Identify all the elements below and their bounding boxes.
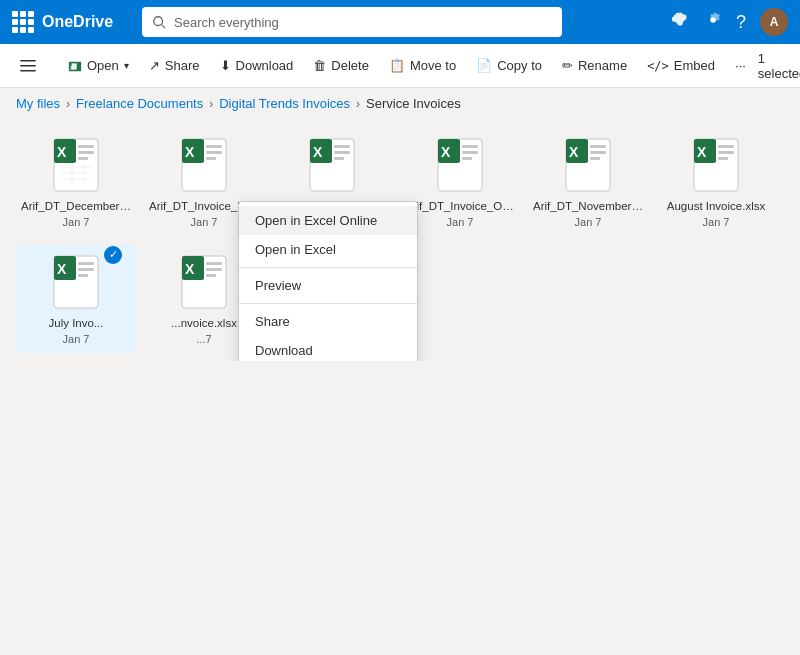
breadcrumb-digitaltrends[interactable]: Digital Trends Invoices: [219, 96, 350, 111]
context-menu-item-share[interactable]: Share: [239, 307, 417, 336]
more-button[interactable]: ···: [727, 53, 754, 78]
file-date: Jan 7: [191, 216, 218, 228]
svg-rect-30: [334, 157, 344, 160]
excel-file-icon: X: [304, 137, 360, 193]
app-logo[interactable]: OneDrive: [12, 11, 132, 33]
share-button[interactable]: ↗ Share: [141, 53, 208, 78]
gear-icon[interactable]: [704, 11, 722, 33]
embed-button[interactable]: </> Embed: [639, 53, 723, 78]
waffle-icon[interactable]: [12, 11, 34, 33]
svg-rect-60: [206, 274, 216, 277]
search-placeholder: Search everything: [174, 15, 279, 30]
svg-text:X: X: [57, 144, 67, 160]
open-icon: X: [68, 59, 82, 73]
open-button[interactable]: X Open ▾: [60, 53, 137, 78]
svg-rect-35: [462, 151, 478, 154]
svg-rect-47: [718, 151, 734, 154]
open-arrow: ▾: [124, 60, 129, 71]
list-item[interactable]: X Arif_DT_December_Cyber_... Jan 7: [16, 127, 136, 236]
rename-button[interactable]: ✏ Rename: [554, 53, 635, 78]
list-item[interactable]: X Arif_DT_November_Black_F... Jan 7: [528, 127, 648, 236]
context-menu-item-open-excel[interactable]: Open in Excel: [239, 235, 417, 264]
rename-icon: ✏: [562, 58, 573, 73]
context-menu-separator-1: [239, 267, 417, 268]
svg-rect-36: [462, 157, 472, 160]
file-date: Jan 7: [575, 216, 602, 228]
open-label: Open: [87, 58, 119, 73]
file-name: Arif_DT_Invoice_October_2...: [405, 199, 515, 214]
svg-rect-2: [20, 60, 36, 62]
more-icon: ···: [735, 58, 746, 73]
context-menu: Open in Excel Online Open in Excel Previ…: [238, 201, 418, 361]
excel-file-icon: X: [48, 254, 104, 310]
breadcrumb-sep-2: ›: [209, 97, 213, 111]
list-item[interactable]: X August Invoice.xlsx Jan 7: [656, 127, 776, 236]
app-name: OneDrive: [42, 13, 113, 31]
list-item[interactable]: ✓ X July Invo... Jan 7: [16, 244, 136, 353]
svg-text:X: X: [185, 261, 195, 277]
puzzle-icon[interactable]: [672, 11, 690, 33]
excel-file-icon: X: [48, 137, 104, 193]
hamburger-button[interactable]: [12, 53, 44, 79]
svg-rect-29: [334, 151, 350, 154]
file-date: ...7: [196, 333, 211, 345]
file-name: ...nvoice.xlsx: [171, 316, 237, 331]
svg-rect-3: [20, 65, 36, 67]
breadcrumb-freelance[interactable]: Freelance Documents: [76, 96, 203, 111]
excel-file-icon: X: [176, 254, 232, 310]
breadcrumb-current: Service Invoices: [366, 96, 461, 111]
svg-rect-12: [78, 151, 94, 154]
svg-rect-28: [334, 145, 350, 148]
file-date: Jan 7: [63, 216, 90, 228]
svg-rect-13: [78, 157, 88, 160]
search-bar[interactable]: Search everything: [142, 7, 562, 37]
selected-info: 1 selected ✕ ℹ: [758, 51, 800, 81]
svg-rect-48: [718, 157, 728, 160]
svg-point-0: [154, 17, 163, 26]
help-icon[interactable]: ?: [736, 12, 746, 33]
download-icon: ⬇: [220, 58, 231, 73]
context-menu-item-open-excel-online[interactable]: Open in Excel Online: [239, 206, 417, 235]
delete-icon: 🗑: [313, 58, 326, 73]
svg-rect-52: [78, 262, 94, 265]
download-button[interactable]: ⬇ Download: [212, 53, 302, 78]
avatar[interactable]: A: [760, 8, 788, 36]
svg-text:X: X: [697, 144, 707, 160]
svg-text:X: X: [57, 261, 67, 277]
breadcrumb-sep-1: ›: [66, 97, 70, 111]
excel-file-icon: X: [688, 137, 744, 193]
copy-to-icon: 📄: [476, 58, 492, 73]
breadcrumb-myfiles[interactable]: My files: [16, 96, 60, 111]
embed-icon: </>: [647, 59, 669, 73]
selected-checkmark: ✓: [104, 246, 122, 264]
context-menu-item-preview[interactable]: Preview: [239, 271, 417, 300]
excel-file-icon: X: [176, 137, 232, 193]
search-icon: [152, 15, 166, 29]
svg-rect-40: [590, 145, 606, 148]
file-name: Arif_DT_November_Black_F...: [533, 199, 643, 214]
svg-rect-54: [78, 274, 88, 277]
list-item[interactable]: X Arif_DT_Invoice_October_2... Jan 7: [400, 127, 520, 236]
svg-rect-53: [78, 268, 94, 271]
svg-line-1: [162, 25, 166, 29]
svg-rect-42: [590, 157, 600, 160]
delete-label: Delete: [331, 58, 369, 73]
svg-rect-22: [206, 145, 222, 148]
share-icon: ↗: [149, 58, 160, 73]
svg-rect-23: [206, 151, 222, 154]
delete-button[interactable]: 🗑 Delete: [305, 53, 377, 78]
move-to-button[interactable]: 📋 Move to: [381, 53, 464, 78]
move-to-label: Move to: [410, 58, 456, 73]
svg-rect-34: [462, 145, 478, 148]
svg-text:X: X: [185, 144, 195, 160]
svg-rect-59: [206, 268, 222, 271]
svg-rect-46: [718, 145, 734, 148]
download-label: Download: [236, 58, 294, 73]
file-name: July Invo...: [49, 316, 104, 331]
copy-to-label: Copy to: [497, 58, 542, 73]
file-date: Jan 7: [63, 333, 90, 345]
svg-rect-58: [206, 262, 222, 265]
copy-to-button[interactable]: 📄 Copy to: [468, 53, 550, 78]
context-menu-separator-2: [239, 303, 417, 304]
context-menu-item-download[interactable]: Download: [239, 336, 417, 361]
